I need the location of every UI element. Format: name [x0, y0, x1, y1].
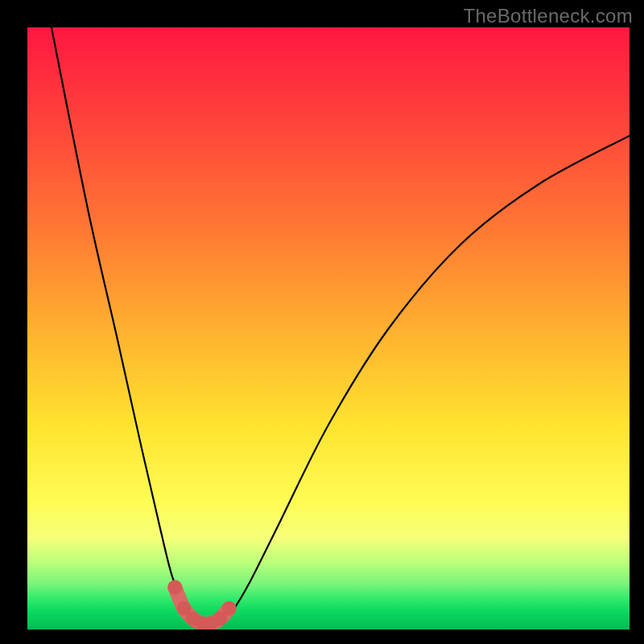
optimal-dot	[167, 580, 182, 595]
optimal-region-dots	[167, 580, 236, 630]
chart-frame: TheBottleneck.com	[0, 0, 644, 644]
bottleneck-curve	[52, 27, 630, 627]
watermark-text: TheBottleneck.com	[463, 5, 633, 27]
optimal-dot	[222, 601, 237, 616]
chart-svg	[27, 27, 630, 630]
chart-plot-area	[27, 27, 630, 630]
